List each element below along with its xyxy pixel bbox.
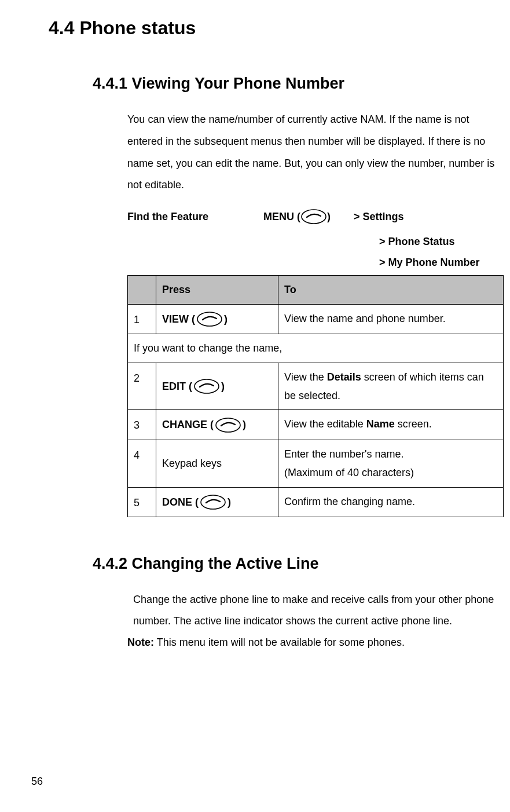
soft-key-icon (215, 417, 241, 433)
to-pre: View the (284, 371, 327, 383)
table-row: 5 DONE ( ) Confirm the changing name. (128, 487, 504, 517)
to-cell: View the Details screen of which items c… (278, 363, 504, 410)
table-row: 2 EDIT ( ) View the Details screen of wh… (128, 363, 504, 410)
press-suffix: ) (243, 415, 246, 434)
menu-suffix: ) (327, 207, 331, 226)
heading-4-4-1: 4.4.1 Viewing Your Phone Number (93, 69, 510, 98)
find-the-feature-row: Find the Feature MENU ( ) > Settings (127, 207, 498, 226)
step-number: 3 (128, 410, 156, 440)
table-row: 1 VIEW ( ) View the name and phone numbe… (128, 304, 504, 334)
section-2-paragraph: Change the active phone line to make and… (133, 589, 498, 632)
press-plain: Keypad keys (162, 458, 222, 469)
section-2-note: Note: This menu item will not be availab… (127, 632, 498, 653)
press-cell: CHANGE ( ) (156, 410, 278, 440)
to-bold: Name (366, 418, 395, 430)
to-cell: Confirm the changing name. (278, 487, 504, 517)
press-prefix: CHANGE ( (162, 415, 214, 434)
to-line2: (Maximum of 40 characters) (284, 463, 497, 482)
to-line1: Enter the number's name. (284, 445, 497, 463)
press-prefix: EDIT ( (162, 377, 192, 396)
to-bold: Details (327, 371, 361, 383)
step-number: 1 (128, 304, 156, 334)
press-cell: VIEW ( ) (156, 304, 278, 334)
page-number: 56 (31, 771, 43, 791)
soft-key-icon (193, 378, 220, 394)
to-cell: Enter the number's name. (Maximum of 40 … (278, 440, 504, 487)
heading-4-4-2: 4.4.2 Changing the Active Line (93, 549, 510, 579)
soft-key-icon (200, 494, 226, 510)
press-suffix: ) (228, 493, 231, 511)
breadcrumb-settings: > Settings (354, 207, 404, 226)
press-suffix: ) (221, 377, 225, 396)
breadcrumb-phone-status: > Phone Status (379, 231, 498, 252)
breadcrumb-my-phone-number: > My Phone Number (379, 252, 498, 273)
to-post: screen. (395, 418, 432, 430)
step-number: 4 (128, 440, 156, 487)
press-cell: EDIT ( ) (156, 363, 278, 410)
to-cell: View the name and phone number. (278, 304, 504, 334)
press-suffix: ) (224, 310, 228, 328)
soft-key-icon (300, 209, 327, 225)
to-pre: View the editable (284, 418, 366, 430)
steps-table: Press To 1 VIEW ( ) View the name and ph… (127, 275, 504, 517)
table-row: 3 CHANGE ( ) View the editable Name scre… (128, 410, 504, 440)
note-bold: Note: (127, 637, 154, 648)
menu-prefix: MENU ( (263, 207, 300, 226)
to-cell: View the editable Name screen. (278, 410, 504, 440)
step-number: 5 (128, 487, 156, 517)
press-prefix: VIEW ( (162, 310, 195, 328)
soft-key-icon (196, 311, 223, 327)
table-row: 4 Keypad keys Enter the number's name. (… (128, 440, 504, 487)
press-prefix: DONE ( (162, 493, 199, 511)
press-cell: Keypad keys (156, 440, 278, 487)
table-row-span: If you want to change the name, (128, 334, 504, 363)
menu-button-label: MENU ( ) (263, 207, 331, 226)
heading-4-4: 4.4 Phone status (49, 10, 510, 46)
find-feature-label: Find the Feature (127, 207, 263, 226)
table-header-blank (128, 276, 156, 304)
press-cell: DONE ( ) (156, 487, 278, 517)
table-header-to: To (278, 276, 504, 304)
span-note: If you want to change the name, (128, 334, 504, 363)
step-number: 2 (128, 363, 156, 410)
note-rest: This menu item will not be available for… (154, 637, 405, 648)
section-1-paragraph: You can view the name/number of currentl… (127, 109, 498, 196)
table-header-press: Press (156, 276, 278, 304)
